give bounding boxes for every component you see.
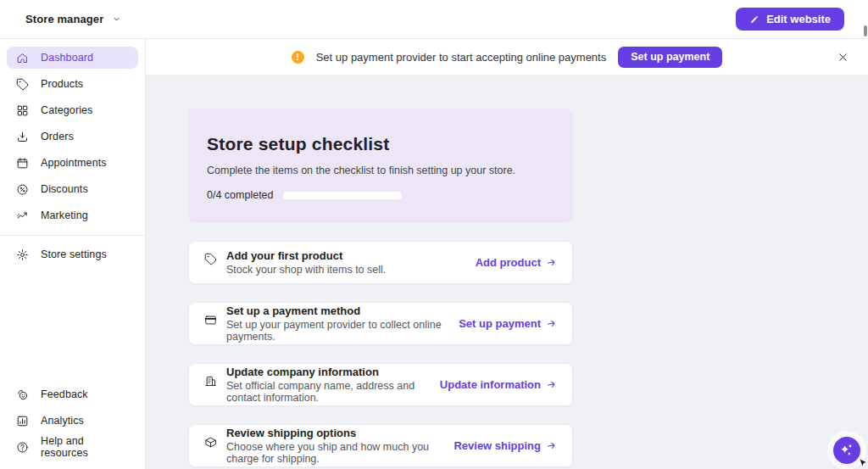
sidebar-item-label: Help and resources	[41, 435, 130, 459]
progress-bar	[283, 192, 402, 199]
arrow-right-icon	[545, 256, 558, 269]
ai-assistant-button[interactable]	[833, 437, 860, 464]
sidebar-item-label: Dashboard	[41, 52, 93, 64]
sidebar-item-label: Discounts	[41, 183, 88, 195]
task-text: Add your first product Stock your shop w…	[226, 249, 386, 276]
sidebar-item-label: Orders	[41, 131, 74, 142]
feedback-smiley-icon	[15, 388, 29, 401]
sidebar-item-dashboard[interactable]: Dashboard	[7, 47, 138, 69]
warning-icon: !	[292, 51, 304, 64]
sidebar-item-label: Appointments	[41, 157, 107, 169]
pencil-icon	[749, 14, 760, 25]
sidebar-item-feedback[interactable]: Feedback	[7, 383, 138, 405]
task-text: Set up a payment method Set up your paym…	[226, 304, 459, 343]
sidebar-item-marketing[interactable]: Marketing	[7, 204, 138, 226]
task-description: Choose where you ship and how much you c…	[226, 441, 453, 465]
package-icon	[204, 436, 217, 449]
credit-card-icon	[204, 314, 217, 327]
task-text: Review shipping options Choose where you…	[226, 427, 453, 465]
gear-icon	[15, 248, 29, 261]
sidebar-item-analytics[interactable]: Analytics	[7, 410, 138, 432]
task-action-label: Review shipping	[453, 439, 541, 452]
sidebar: Dashboard Products Categories Orders	[0, 39, 146, 469]
sidebar-divider	[0, 235, 145, 236]
sidebar-item-help[interactable]: Help and resources	[7, 436, 138, 458]
percent-circle-icon	[15, 182, 29, 196]
add-product-link[interactable]: Add product	[476, 256, 557, 269]
sidebar-item-categories[interactable]: Categories	[7, 99, 138, 121]
checklist-title: Store setup checklist	[207, 134, 554, 154]
sidebar-item-label: Categories	[41, 104, 92, 116]
sidebar-item-discounts[interactable]: Discounts	[7, 178, 138, 200]
home-icon	[15, 51, 29, 64]
sidebar-item-label: Products	[41, 78, 83, 90]
task-action-label: Set up payment	[459, 317, 541, 330]
task-description: Stock your shop with items to sell.	[226, 264, 386, 276]
workspace-label: Store manager	[25, 13, 103, 25]
chevron-down-icon	[112, 14, 121, 24]
task-description: Set official company name, address and c…	[226, 380, 440, 404]
sidebar-footer: Feedback Analytics Help and resources	[0, 383, 145, 469]
checklist-header-card: Store setup checklist Complete the items…	[188, 109, 573, 223]
checklist-subtitle: Complete the items on the checklist to f…	[207, 165, 554, 176]
question-circle-icon	[15, 440, 29, 454]
task-action-label: Update information	[440, 378, 541, 391]
checklist-item-company-info: Update company information Set official …	[188, 363, 573, 406]
store-manager-app: Store manager Edit website Dashboard Pro…	[0, 0, 868, 469]
sidebar-item-label: Analytics	[41, 415, 84, 427]
edit-website-button[interactable]: Edit website	[736, 8, 844, 31]
scrollbar-thumb[interactable]	[864, 25, 867, 36]
sidebar-item-label: Marketing	[41, 209, 88, 221]
grid-icon	[15, 103, 29, 117]
download-tray-icon	[15, 130, 29, 143]
workspace-switcher[interactable]: Store manager	[25, 13, 121, 25]
task-title: Set up a payment method	[226, 304, 459, 317]
task-title: Review shipping options	[226, 427, 453, 439]
progress-row: 0/4 completed	[207, 189, 554, 201]
sidebar-item-label: Store settings	[41, 248, 107, 260]
building-icon	[204, 375, 217, 388]
sparkles-icon	[838, 442, 855, 459]
close-icon	[837, 52, 849, 63]
checklist-item-payment-method: Set up a payment method Set up your paym…	[188, 302, 573, 345]
sidebar-item-store-settings[interactable]: Store settings	[7, 243, 138, 265]
edit-website-label: Edit website	[766, 13, 831, 25]
tag-icon	[15, 77, 29, 91]
arrow-right-icon	[545, 378, 558, 391]
sidebar-nav: Dashboard Products Categories Orders	[0, 39, 145, 231]
update-information-link[interactable]: Update information	[440, 378, 557, 391]
task-text: Update company information Set official …	[226, 366, 440, 404]
banner-setup-payment-button[interactable]: Set up payment	[618, 47, 722, 68]
tag-icon	[204, 253, 217, 265]
task-description: Set up your payment provider to collect …	[226, 319, 459, 343]
calendar-icon	[15, 156, 29, 170]
task-title: Update company information	[226, 366, 440, 378]
sidebar-item-orders[interactable]: Orders	[7, 126, 138, 148]
progress-label: 0/4 completed	[207, 189, 274, 201]
topbar: Store manager Edit website	[0, 0, 868, 39]
close-banner-button[interactable]	[834, 48, 851, 65]
main-content: ! Set up payment provider to start accep…	[146, 39, 868, 469]
arrow-right-icon	[545, 317, 558, 330]
review-shipping-link[interactable]: Review shipping	[453, 439, 557, 452]
payment-banner: ! Set up payment provider to start accep…	[146, 39, 868, 75]
task-action-label: Add product	[476, 256, 541, 269]
banner-message: Set up payment provider to start accepti…	[316, 51, 607, 64]
checklist-item-add-product: Add your first product Stock your shop w…	[188, 241, 573, 284]
set-up-payment-link[interactable]: Set up payment	[459, 317, 557, 330]
bar-chart-icon	[15, 414, 29, 427]
checklist-item-shipping: Review shipping options Choose where you…	[188, 424, 573, 467]
arrow-right-icon	[545, 439, 558, 452]
sidebar-item-appointments[interactable]: Appointments	[7, 152, 138, 174]
content-area: Store setup checklist Complete the items…	[146, 75, 868, 467]
trending-up-icon	[15, 209, 29, 222]
sidebar-item-label: Feedback	[41, 388, 88, 400]
sidebar-item-products[interactable]: Products	[7, 73, 138, 95]
task-title: Add your first product	[226, 249, 386, 262]
